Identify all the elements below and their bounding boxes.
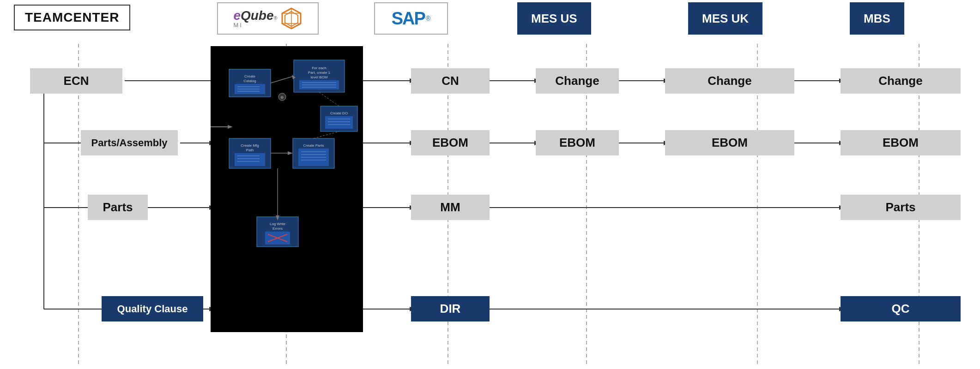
svg-rect-90 xyxy=(325,116,353,129)
change-mes-us-box: Change xyxy=(536,68,619,94)
header-sap: SAP ® xyxy=(374,2,448,35)
ebom-mbs-box: EBOM xyxy=(841,130,961,155)
eqube-brand-text: eQube xyxy=(233,8,273,23)
qc-box: QC xyxy=(841,296,961,321)
eqube-mi-label: MI xyxy=(233,22,242,29)
svg-text:Create: Create xyxy=(244,74,256,78)
svg-text:Create Mfg: Create Mfg xyxy=(241,143,259,148)
parts-box: Parts xyxy=(88,195,148,220)
svg-text:Catalog: Catalog xyxy=(243,79,256,83)
header-mes-uk: MES UK xyxy=(688,2,762,35)
svg-text:⊕: ⊕ xyxy=(280,95,284,100)
svg-text:Part, create 1: Part, create 1 xyxy=(308,71,331,75)
change-mbs-box: Change xyxy=(841,68,961,94)
svg-text:level BOM: level BOM xyxy=(311,75,328,79)
svg-text:Log Write: Log Write xyxy=(270,222,286,226)
workflow-box: Create Catalog For each Part, create 1 l… xyxy=(211,46,363,332)
change-mes-uk-box: Change xyxy=(665,68,794,94)
svg-text:Errors: Errors xyxy=(272,226,283,231)
svg-rect-75 xyxy=(235,153,265,166)
quality-clause-box: Quality Clause xyxy=(102,296,203,321)
diagram-container: TEAMCENTER eQube ® MI SAP ® ME xyxy=(0,0,980,369)
header-mbs: MBS xyxy=(850,2,904,35)
dir-box: DIR xyxy=(411,296,490,321)
cn-box: CN xyxy=(411,68,490,94)
parts-mbs-box: Parts xyxy=(841,195,961,220)
ebom-mes-uk-box: EBOM xyxy=(665,130,794,155)
header-mes-us: MES US xyxy=(517,2,591,35)
ebom-mes-us-box: EBOM xyxy=(536,130,619,155)
ebom-sap-box: EBOM xyxy=(411,130,490,155)
svg-text:For each: For each xyxy=(312,66,327,70)
parts-assembly-box: Parts/Assembly xyxy=(81,130,178,155)
header-teamcenter: TEAMCENTER xyxy=(14,5,130,30)
ecn-box: ECN xyxy=(30,68,122,94)
sap-logo-text: SAP xyxy=(392,9,425,29)
svg-text:Create DO: Create DO xyxy=(330,111,348,115)
svg-text:Path: Path xyxy=(246,148,254,152)
mm-box: MM xyxy=(411,195,490,220)
eqube-icon xyxy=(280,7,302,30)
workflow-diagram: Create Catalog For each Part, create 1 l… xyxy=(211,46,363,332)
svg-text:Create Parts: Create Parts xyxy=(303,143,324,148)
header-eqube: eQube ® MI xyxy=(217,2,319,35)
